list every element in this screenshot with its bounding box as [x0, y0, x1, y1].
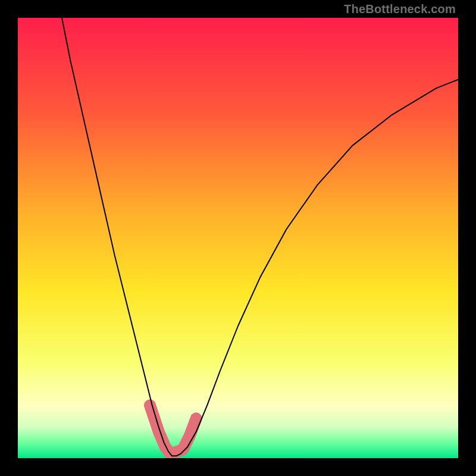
- plot-area: [18, 18, 458, 458]
- chart-canvas: [18, 18, 458, 458]
- bottleneck-curve-path: [62, 18, 458, 456]
- watermark-text: TheBottleneck.com: [344, 2, 456, 16]
- chart-frame: TheBottleneck.com: [0, 0, 476, 476]
- valley-marker-path: [150, 405, 196, 453]
